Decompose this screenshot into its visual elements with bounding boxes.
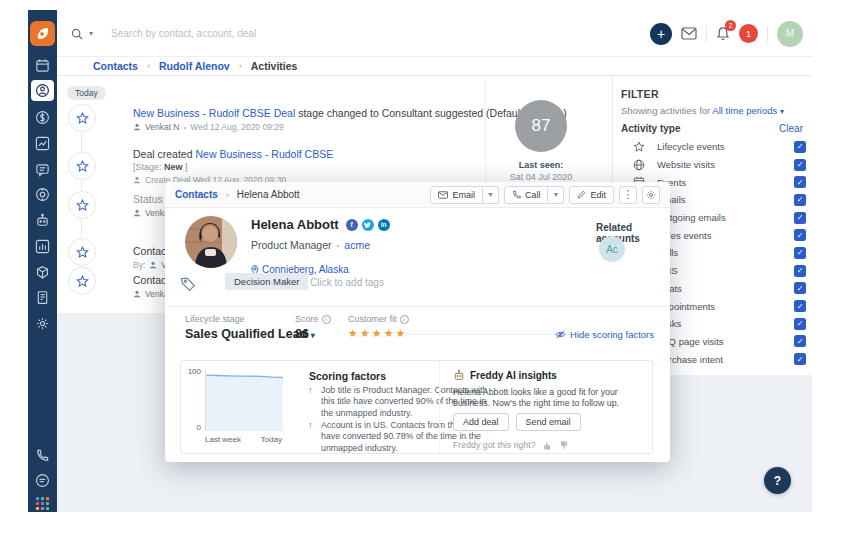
- dot-separator: [337, 241, 340, 250]
- filter-period-dropdown[interactable]: All time periods: [712, 105, 777, 116]
- score-label: Score: [295, 314, 331, 324]
- email-split-button: Email: [430, 186, 499, 204]
- eye-slash-icon: [555, 330, 566, 339]
- star-filled-icon: [360, 328, 370, 339]
- lifecycle-stage-label: Lifecycle stage: [185, 314, 245, 324]
- related-account-avatar[interactable]: Ac: [599, 236, 625, 262]
- sidebar-item-goals[interactable]: [35, 187, 50, 202]
- add-deal-button[interactable]: Add deal: [453, 413, 509, 431]
- search-icon: [71, 28, 83, 40]
- chart-x-end: Today: [261, 435, 282, 444]
- deal-link[interactable]: New Business - Rudolf CBSE: [195, 148, 333, 160]
- checkbox-checked[interactable]: [794, 247, 806, 259]
- contact-company-link[interactable]: acme: [344, 239, 370, 251]
- breadcrumb-page: Activities: [251, 60, 298, 72]
- filter-clear-link[interactable]: Clear: [779, 123, 803, 134]
- sidebar-item-documents[interactable]: [35, 290, 50, 305]
- email-inbox-icon[interactable]: [681, 27, 697, 40]
- checkbox-checked[interactable]: [794, 141, 806, 153]
- linkedin-icon[interactable]: in: [378, 219, 390, 231]
- timeline-item-deal-created: Deal created New Business - Rudolf CBSE …: [133, 148, 333, 185]
- deal-link[interactable]: New Business - Rudolf CBSE Deal: [133, 107, 295, 119]
- timeline-item-stage-change: New Business - Rudolf CBSE Deal stage ch…: [133, 107, 567, 132]
- contact-tag-chip[interactable]: Decision Maker: [225, 273, 308, 290]
- breadcrumb-record[interactable]: Rudolf Alenov: [159, 60, 230, 72]
- filter-row-website-visits: Website visits: [613, 156, 812, 174]
- breadcrumb-contacts[interactable]: Contacts: [93, 60, 138, 72]
- user-icon: [133, 176, 141, 184]
- edit-button[interactable]: Edit: [569, 186, 614, 204]
- checkbox-checked[interactable]: [794, 176, 806, 188]
- freshsales-logo-icon[interactable]: [30, 21, 55, 46]
- sidebar-item-products[interactable]: [35, 265, 50, 280]
- lifecycle-star-icon: [68, 152, 96, 180]
- chevron-right-icon: [239, 61, 242, 71]
- freddy-insight-message: Helena Abbott looks like a good fit for …: [453, 387, 651, 410]
- checkbox-checked[interactable]: [794, 229, 806, 241]
- add-tags-input[interactable]: Click to add tags: [310, 277, 384, 288]
- contact-photo: [185, 216, 237, 268]
- checkbox-checked[interactable]: [794, 353, 806, 365]
- hide-scoring-factors-link[interactable]: Hide scoring factors: [555, 329, 654, 340]
- call-dropdown-caret[interactable]: [548, 186, 564, 204]
- alerts-counter[interactable]: 1: [739, 24, 758, 43]
- scoring-factors-title: Scoring factors: [309, 370, 386, 382]
- sidebar-item-reports[interactable]: [35, 239, 50, 254]
- help-button[interactable]: [764, 467, 791, 494]
- contact-detail-modal: Contacts Helena Abbott Email Call: [165, 182, 670, 462]
- mail-icon: [438, 191, 448, 199]
- checkbox-checked[interactable]: [794, 159, 806, 171]
- email-dropdown-caret[interactable]: [483, 186, 499, 204]
- checkbox-checked[interactable]: [794, 335, 806, 347]
- checkbox-checked[interactable]: [794, 282, 806, 294]
- sidebar-item-calendar[interactable]: [35, 58, 50, 73]
- pencil-icon: [577, 190, 586, 199]
- call-button[interactable]: Call: [504, 186, 549, 204]
- search-scope-caret-icon[interactable]: [89, 29, 93, 38]
- checkbox-checked[interactable]: [794, 212, 806, 224]
- modal-header: Contacts Helena Abbott Email Call: [165, 182, 670, 208]
- sidebar-item-conversations[interactable]: [35, 162, 50, 177]
- topbar-divider: [767, 26, 768, 42]
- lifecycle-star-icon: [68, 238, 96, 266]
- sidebar-item-bot[interactable]: [35, 213, 50, 228]
- sidebar-item-settings[interactable]: [35, 316, 50, 331]
- sidebar-item-chat[interactable]: [35, 473, 50, 488]
- phone-icon: [512, 190, 521, 199]
- search-input[interactable]: Search by contact, account, deal: [111, 28, 256, 39]
- checkbox-checked[interactable]: [794, 265, 806, 277]
- user-avatar[interactable]: M: [777, 21, 803, 47]
- lifecycle-star-icon: [68, 191, 96, 219]
- checkbox-checked[interactable]: [794, 300, 806, 312]
- customer-fit-rating: [348, 328, 405, 339]
- sidebar-item-contacts-active[interactable]: [31, 80, 54, 101]
- sidebar-item-phone[interactable]: [35, 448, 50, 463]
- user-icon: [133, 123, 141, 131]
- checkbox-checked[interactable]: [794, 194, 806, 206]
- email-button[interactable]: Email: [430, 186, 483, 204]
- arrow-up-icon: [308, 420, 313, 430]
- sidebar-item-apps-grid[interactable]: [35, 496, 50, 511]
- chevron-down-icon: [780, 107, 784, 116]
- notifications-bell-icon[interactable]: 2: [716, 26, 730, 41]
- filter-showing: Showing activities for All time periods: [621, 105, 784, 116]
- sidebar-item-deals[interactable]: [35, 110, 50, 125]
- facebook-icon[interactable]: f: [346, 219, 358, 231]
- modal-breadcrumb-contacts[interactable]: Contacts: [175, 189, 218, 200]
- global-search[interactable]: Search by contact, account, deal: [71, 10, 256, 57]
- thumbs-up-icon[interactable]: [543, 441, 552, 450]
- sidebar-item-analytics[interactable]: [35, 136, 50, 151]
- send-email-button[interactable]: Send email: [516, 413, 581, 431]
- thumbs-down-icon[interactable]: [559, 441, 568, 450]
- checkbox-checked[interactable]: [794, 318, 806, 330]
- twitter-icon[interactable]: [362, 219, 374, 231]
- star-filled-icon: [372, 328, 382, 339]
- globe-icon: [633, 159, 645, 171]
- lifecycle-star-icon: [68, 104, 96, 132]
- quick-add-button[interactable]: [650, 23, 672, 45]
- activity-type-label: Activity type: [621, 123, 680, 134]
- settings-gear-icon[interactable]: [642, 186, 660, 204]
- user-icon: [133, 209, 141, 217]
- more-actions-kebab[interactable]: [619, 186, 637, 204]
- sidebar: [28, 10, 57, 512]
